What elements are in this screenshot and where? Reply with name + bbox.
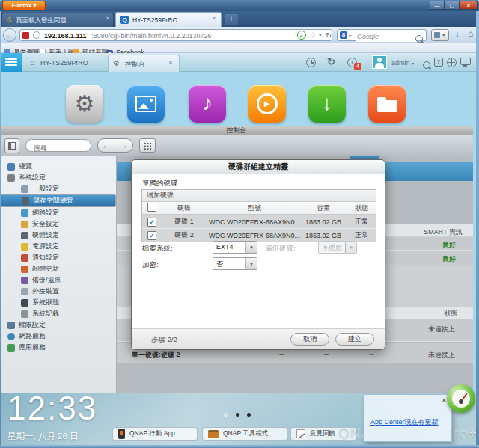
desktop-page-dot[interactable] [247, 413, 251, 417]
sidebar-item-system-logs[interactable]: 系統記錄 [0, 308, 116, 319]
dash-value: -- [274, 350, 289, 358]
file-station-app-icon[interactable] [368, 85, 406, 123]
nav-forward-button[interactable]: → [115, 138, 133, 153]
close-popup-icon[interactable]: ✕ [442, 397, 447, 404]
desktop-page-dot[interactable] [224, 413, 228, 417]
music-note-icon: ♪ [202, 91, 213, 114]
window-frame-right [476, 11, 479, 448]
row-checkbox[interactable]: ✓ [147, 218, 156, 227]
downloads-button[interactable]: ↓ [452, 29, 463, 41]
nav-back-button[interactable]: ← [97, 138, 115, 153]
sidebar-item-firmware-update[interactable]: 韌體更新 [0, 263, 116, 274]
sidebar-toggle-button[interactable] [4, 138, 19, 153]
sidebar-item-security-settings[interactable]: 安全設定 [0, 218, 116, 230]
sidebar-item-privilege-settings[interactable]: 權限設定 [0, 319, 116, 331]
home-desktop-icon[interactable]: ⌂ [30, 58, 35, 67]
system-settings-icon [7, 174, 15, 182]
gear-icon: ⚙ [75, 91, 95, 116]
desktop-page-dot-active[interactable] [236, 413, 240, 417]
filesystem-select[interactable]: EXT4 ▾ [213, 241, 257, 254]
forward-arrow-icon: → [120, 141, 128, 150]
disk-name: 硬碟 2 [162, 230, 207, 240]
sidebar-item-storage-manager[interactable]: 儲存空間總管 [0, 194, 116, 207]
tab-qnap-active[interactable]: Q HY-TS259PrRO ✕ [115, 12, 222, 27]
avatar[interactable] [372, 55, 387, 69]
app-center-update-link[interactable]: App Center現在有更新 [370, 417, 439, 427]
sidebar-item-power-settings[interactable]: 電源設定 [0, 241, 116, 252]
table-header-row: 硬碟 型號 容量 狀態 [142, 202, 376, 215]
security-lock-icon [21, 221, 28, 228]
desktop-switch-icon[interactable] [460, 58, 471, 65]
table-row[interactable]: ✓ 硬碟 1 WDC WD20EFRX-68AX9N0... 1863.02 G… [142, 215, 376, 228]
smart-status-good: 良好 [434, 240, 464, 250]
main-menu-button[interactable] [0, 53, 22, 72]
encrypt-select[interactable]: 否 ▾ [213, 257, 257, 270]
close-tab-icon[interactable]: ✕ [106, 16, 110, 22]
sidebar-item-general-settings[interactable]: 一般設定 [0, 183, 116, 194]
encrypt-label: 加密: [142, 260, 159, 270]
firmware-update-icon [21, 266, 28, 273]
search-bar[interactable]: 8 ▾ [337, 29, 427, 41]
username-menu[interactable]: admin ▾ [391, 59, 414, 67]
engine-dropdown-icon[interactable]: ▾ [349, 33, 351, 38]
disk-model: WDC WD20EFRX-68AX9N0... [207, 218, 301, 226]
back-button[interactable]: ← [3, 28, 16, 42]
qnap-mobile-app-button[interactable]: QNAP 行動 App [112, 427, 198, 441]
table-row[interactable]: ✓ 硬碟 2 WDC WD20EFRX-68AX9N0... 1863.02 G… [142, 228, 376, 242]
minimize-button[interactable]: — [430, 1, 445, 10]
url-bar[interactable]: 192.168.1.111 :8080/cgi-bin/main.html?4.… [19, 29, 332, 41]
close-window-button[interactable]: ✕ [460, 1, 478, 10]
sidebar-item-system-status[interactable]: 系統狀態 [0, 297, 116, 308]
col-status: 狀態 [346, 203, 377, 213]
qnap-utilities-button[interactable]: QNAP 工具程式 [202, 427, 287, 441]
create-button[interactable]: 建立 [335, 333, 374, 346]
sidebar-item-overview[interactable]: 總覽 [0, 161, 116, 172]
app-center-gauge-icon[interactable] [447, 384, 475, 413]
view-all-apps-button[interactable] [139, 138, 156, 153]
firefox-menu-button[interactable]: Firefox ▾ [2, 1, 46, 10]
select-all-checkbox[interactable] [147, 203, 156, 212]
control-panel-tab[interactable]: ⚙ 控制台 ✕ [108, 55, 180, 72]
background-tasks-icon[interactable] [306, 58, 316, 67]
window-titlebar[interactable]: 控制台 [0, 126, 473, 135]
sidebar-item-network-services[interactable]: 網路服務 [0, 331, 116, 342]
sidebar-item-applications[interactable]: 應用服務 [0, 342, 116, 353]
search-input[interactable] [356, 31, 417, 42]
language-globe-icon[interactable] [447, 58, 457, 67]
sidebar-item-external-device[interactable]: 外接裝置 [0, 286, 116, 297]
url-dropdown-icon[interactable]: ▾ [319, 32, 322, 38]
global-search-icon[interactable] [423, 61, 430, 69]
cp-search-input[interactable] [32, 143, 82, 153]
home-button[interactable]: ⌂ [465, 28, 476, 40]
sidebar-item-backup-restore[interactable]: 備份/還原 [0, 274, 116, 286]
control-panel-app-icon[interactable]: ⚙ [66, 85, 103, 123]
bookmark-star-icon[interactable]: ☆ [310, 31, 317, 39]
cp-search-box[interactable] [25, 139, 91, 152]
sidebar-item-notification-settings[interactable]: 通知設定 [0, 252, 116, 263]
video-station-app-icon[interactable]: ▶ [248, 85, 286, 123]
help-icon[interactable]: ? [434, 58, 443, 67]
maximize-button[interactable]: ▢ [445, 1, 460, 10]
photo-station-app-icon[interactable] [127, 85, 165, 123]
download-station-app-icon[interactable]: ↓ [308, 85, 346, 123]
row-checkbox[interactable]: ✓ [147, 231, 156, 240]
dash-value: -- [364, 350, 379, 358]
col-capacity: 容量 [301, 203, 346, 213]
search-icon[interactable] [415, 35, 423, 43]
sidebar-item-hardware-settings[interactable]: 硬體設定 [0, 230, 116, 241]
sidebar-item-system-settings[interactable]: 系統設定 [0, 172, 116, 183]
smart-status-good: 良好 [434, 254, 464, 264]
bookmarks-menu-button[interactable]: ▾ [431, 29, 449, 41]
close-tab-icon[interactable]: ✕ [168, 60, 173, 66]
reload-icon[interactable]: ↻ [326, 31, 332, 40]
close-tab-icon[interactable]: ✕ [212, 16, 216, 22]
device-name[interactable]: HY-TS259PrRO [40, 59, 88, 67]
restart-icon[interactable]: ↻ [327, 56, 335, 67]
sidebar-item-network-settings[interactable]: 網路設定 [0, 207, 116, 218]
tab-page-load-error[interactable]: ⚠ 頁面載入發生問題 ✕ [1, 13, 114, 27]
cancel-button[interactable]: 取消 [290, 333, 329, 346]
download-icon: ↓ [455, 29, 460, 38]
divider [367, 56, 367, 69]
music-station-app-icon[interactable]: ♪ [189, 85, 226, 123]
new-tab-button[interactable]: + [225, 14, 238, 25]
